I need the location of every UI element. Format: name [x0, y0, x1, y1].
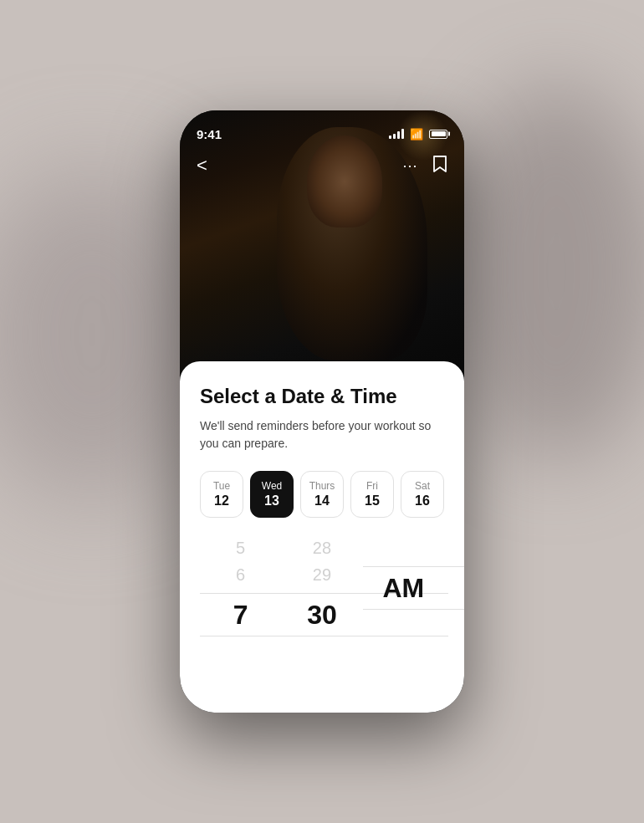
status-time: 9:41 [197, 127, 222, 141]
minute-prev2: 28 [313, 534, 331, 561]
minutes-column[interactable]: 28 29 30 [281, 534, 362, 642]
day-name-fri: Fri [366, 480, 378, 492]
bottom-sheet: Select a Date & Time We'll send reminder… [180, 361, 464, 713]
bg-blur-right [452, 84, 644, 460]
phone: 9:41 📶 < ⋯ Select a Da [180, 110, 464, 713]
day-selector: Tue 12 Wed 13 Thurs 14 Fri 15 Sat 16 [200, 471, 444, 518]
status-bar: 9:41 📶 [180, 110, 464, 147]
day-card-sat[interactable]: Sat 16 [401, 471, 444, 518]
day-name-sat: Sat [415, 480, 430, 492]
sheet-title: Select a Date & Time [200, 385, 444, 409]
day-name-thurs: Thurs [309, 480, 335, 492]
day-number-tue: 12 [214, 493, 229, 509]
day-number-thurs: 14 [314, 493, 330, 509]
hour-current: 7 [233, 599, 248, 631]
sheet-subtitle: We'll send reminders before your workout… [200, 417, 444, 452]
wifi-icon: 📶 [410, 128, 423, 141]
period-divider-top [363, 566, 464, 567]
day-card-wed[interactable]: Wed 13 [250, 471, 294, 518]
back-button[interactable]: < [197, 155, 222, 176]
period-current: AM [382, 572, 424, 604]
minute-divider-bottom [281, 636, 448, 636]
day-number-sat: 16 [415, 493, 430, 509]
status-icons: 📶 [389, 128, 447, 141]
day-number-wed: 13 [264, 493, 279, 509]
bookmark-button[interactable] [432, 155, 447, 177]
hour-prev2: 5 [236, 534, 245, 561]
day-name-tue: Tue [213, 480, 230, 492]
more-button[interactable]: ⋯ [402, 156, 419, 175]
day-name-wed: Wed [262, 480, 282, 492]
day-card-fri[interactable]: Fri 15 [350, 471, 394, 518]
minute-current: 30 [307, 599, 337, 631]
day-card-tue[interactable]: Tue 12 [200, 471, 243, 518]
nav-actions: ⋯ [402, 155, 447, 177]
signal-bars-icon [389, 129, 404, 139]
hour-prev: 6 [236, 561, 245, 588]
day-number-fri: 15 [365, 493, 380, 509]
minute-prev: 29 [313, 561, 331, 588]
time-picker: 5 6 7 28 29 30 AM [200, 534, 444, 642]
battery-icon [429, 130, 447, 139]
day-card-thurs[interactable]: Thurs 14 [300, 471, 344, 518]
period-divider-bottom [363, 609, 464, 610]
nav-bar: < ⋯ [180, 147, 464, 184]
period-column[interactable]: AM [363, 561, 444, 615]
hours-column[interactable]: 5 6 7 [200, 534, 281, 642]
